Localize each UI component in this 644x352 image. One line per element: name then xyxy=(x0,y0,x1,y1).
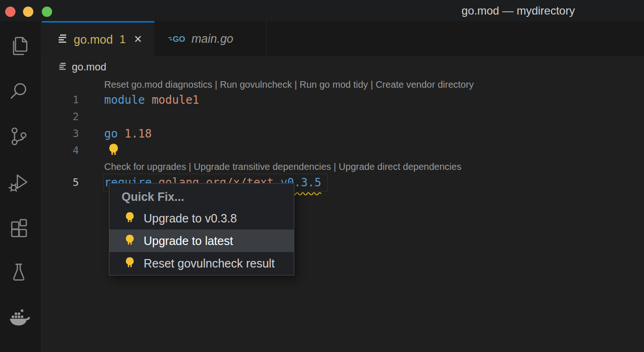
activity-bar xyxy=(0,21,41,352)
codelens-upgrade-actions: Check for upgrades | Upgrade transitive … xyxy=(104,160,461,174)
codelens-link[interactable]: Check for upgrades xyxy=(104,161,186,172)
tab-label: main.go xyxy=(192,32,233,46)
window-title: go.mod — mydirectory xyxy=(461,4,575,17)
close-window-button[interactable] xyxy=(5,7,15,17)
menu-item-label: Upgrade to v0.3.8 xyxy=(144,212,237,225)
code-token-keyword: module xyxy=(104,93,145,107)
search-icon[interactable] xyxy=(8,80,30,102)
menu-item-label: Reset govulncheck result xyxy=(144,257,275,270)
codelens-link[interactable]: Upgrade transitive dependencies xyxy=(194,161,331,172)
svg-text:GO: GO xyxy=(173,35,185,44)
codelens-link[interactable]: Upgrade direct dependencies xyxy=(339,161,461,172)
docker-whale-icon[interactable] xyxy=(8,306,30,328)
line-number: 3 xyxy=(41,125,79,142)
extensions-icon[interactable] xyxy=(8,217,30,239)
codelens-link[interactable]: Run govulncheck xyxy=(220,79,291,90)
line-number-active: 5 xyxy=(41,174,79,191)
tab-bar: go.mod 1 ✕ GO main.go xyxy=(41,21,644,56)
codelens-separator: | xyxy=(292,79,299,90)
close-tab-icon[interactable]: ✕ xyxy=(134,33,142,46)
line-number: 2 xyxy=(41,108,79,125)
breadcrumb[interactable]: go.mod xyxy=(41,56,106,77)
quick-fix-menu-header: Quick Fix... xyxy=(109,186,294,207)
tab-main-go[interactable]: GO main.go xyxy=(155,21,267,56)
go-mod-file-icon xyxy=(57,33,69,46)
code-line-1[interactable]: modulemodule1 xyxy=(104,92,199,108)
source-control-icon[interactable] xyxy=(8,125,30,147)
run-and-debug-icon[interactable] xyxy=(8,170,30,193)
codelens-link[interactable]: Run go mod tidy xyxy=(299,79,368,90)
testing-flask-icon[interactable] xyxy=(8,261,30,283)
quick-fix-menu: Quick Fix... Upgrade to v0.3.8 Upgrade t… xyxy=(109,183,294,275)
breadcrumb-item-filename: go.mod xyxy=(72,61,106,73)
lightbulb-icon xyxy=(124,211,136,226)
codelens-separator: | xyxy=(212,79,220,90)
lightbulb-icon xyxy=(124,256,136,271)
code-token-value: module1 xyxy=(152,93,199,107)
tab-label: go.mod xyxy=(74,33,113,46)
tab-go-mod[interactable]: go.mod 1 ✕ xyxy=(42,21,154,57)
codelens-go-mod-actions: Reset go.mod diagnostics | Run govulnche… xyxy=(104,77,474,92)
codelens-separator: | xyxy=(331,161,338,172)
code-line-3[interactable]: go1.18 xyxy=(104,125,152,142)
menu-item-label: Upgrade to latest xyxy=(144,234,233,248)
line-number: 1 xyxy=(41,92,79,108)
lightbulb-icon xyxy=(124,234,136,248)
minimize-window-button[interactable] xyxy=(23,7,33,17)
codelens-link[interactable]: Reset go.mod diagnostics xyxy=(104,79,212,90)
codelens-separator: | xyxy=(368,79,376,90)
codelens-link[interactable]: Create vendor directory xyxy=(376,79,474,90)
vscode-window: go.mod — mydirectory xyxy=(0,0,644,352)
lightbulb-icon[interactable] xyxy=(107,143,120,157)
explorer-icon[interactable] xyxy=(8,35,30,57)
title-bar: go.mod — mydirectory xyxy=(0,0,644,21)
code-token-keyword: go xyxy=(104,127,118,140)
line-number: 4 xyxy=(41,142,79,159)
menu-item-upgrade-latest[interactable]: Upgrade to latest xyxy=(109,230,294,252)
go-logo-icon: GO xyxy=(168,33,188,45)
zoom-window-button[interactable] xyxy=(42,7,52,17)
codelens-separator: | xyxy=(186,161,194,172)
menu-item-reset-govulncheck[interactable]: Reset govulncheck result xyxy=(109,252,294,275)
problems-badge: 1 xyxy=(119,33,125,46)
code-token-value: 1.18 xyxy=(124,127,152,140)
menu-item-upgrade-v038[interactable]: Upgrade to v0.3.8 xyxy=(109,207,294,230)
go-mod-file-icon xyxy=(58,61,68,73)
